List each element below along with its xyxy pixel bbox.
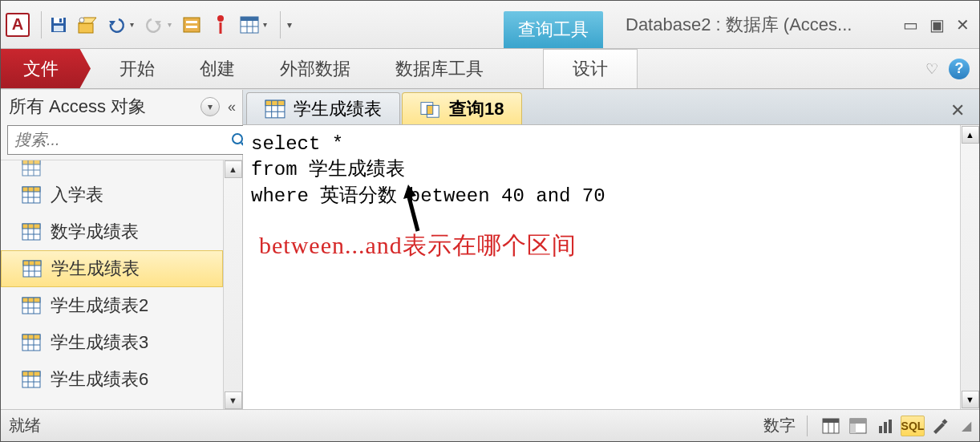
datasheet-icon[interactable] bbox=[237, 13, 261, 37]
doc-tab-label: 学生成绩表 bbox=[294, 97, 382, 121]
query-icon bbox=[420, 99, 441, 119]
nav-pane-title: 所有 Access 对象 bbox=[9, 95, 197, 119]
scroll-up-icon[interactable]: ▲ bbox=[225, 160, 242, 178]
nav-item-clipped[interactable] bbox=[1, 160, 223, 176]
search-box bbox=[7, 125, 253, 155]
nav-item-label: 学生成绩表2 bbox=[51, 294, 148, 318]
svg-rect-12 bbox=[241, 17, 258, 21]
window-controls: ▭ ▣ ✕ bbox=[900, 14, 979, 36]
qat-customize-icon[interactable]: ▾ bbox=[287, 19, 292, 30]
svg-rect-34 bbox=[23, 261, 41, 266]
scroll-up-icon[interactable]: ▲ bbox=[962, 126, 979, 144]
tab-home[interactable]: 开始 bbox=[97, 49, 177, 88]
redo-icon[interactable] bbox=[142, 13, 166, 37]
svg-rect-2 bbox=[59, 18, 62, 22]
svg-rect-68 bbox=[879, 426, 882, 433]
restore-button[interactable]: ▣ bbox=[926, 14, 948, 36]
nav-item-table[interactable]: 学生成绩表 bbox=[1, 250, 223, 287]
form-icon[interactable] bbox=[180, 13, 204, 37]
body: 所有 Access 对象 ▾ « 入学表 bbox=[1, 89, 979, 409]
svg-rect-10 bbox=[220, 22, 222, 34]
app-window: A ▾ ▾ ▾ bbox=[0, 0, 980, 442]
svg-rect-69 bbox=[884, 422, 887, 433]
view-design-icon[interactable] bbox=[928, 416, 952, 436]
nav-filter-dropdown-icon[interactable]: ▾ bbox=[200, 97, 220, 116]
nav-item-table[interactable]: 学生成绩表3 bbox=[1, 324, 223, 361]
svg-rect-54 bbox=[265, 100, 285, 106]
tab-create[interactable]: 创建 bbox=[177, 49, 257, 88]
svg-rect-1 bbox=[54, 18, 63, 23]
svg-rect-70 bbox=[889, 420, 892, 433]
doc-tab-table[interactable]: 学生成绩表 bbox=[246, 92, 400, 124]
doc-tab-query[interactable]: 查询18 bbox=[402, 92, 522, 124]
status-left: 就绪 bbox=[9, 415, 41, 436]
svg-rect-8 bbox=[186, 26, 197, 28]
favorite-icon[interactable]: ♡ bbox=[923, 60, 941, 78]
svg-rect-62 bbox=[823, 419, 839, 423]
svg-rect-49 bbox=[22, 371, 40, 376]
tab-file[interactable]: 文件 bbox=[1, 49, 91, 88]
window-title: Database2 : 数据库 (Acces... bbox=[626, 13, 900, 37]
view-sql-button[interactable]: SQL bbox=[901, 416, 925, 436]
scroll-down-icon[interactable]: ▼ bbox=[225, 391, 242, 409]
status-bar: 就绪 数字 SQL ◢ bbox=[1, 409, 979, 441]
table-icon bbox=[22, 297, 41, 314]
table-icon bbox=[22, 160, 41, 176]
nav-item-table[interactable]: 学生成绩表2 bbox=[1, 287, 223, 324]
tab-db-tools[interactable]: 数据库工具 bbox=[373, 49, 506, 88]
table-icon bbox=[22, 260, 42, 278]
svg-rect-24 bbox=[22, 187, 40, 192]
nav-item-label: 数学成绩表 bbox=[51, 220, 139, 244]
nav-collapse-button[interactable]: « bbox=[228, 99, 236, 116]
view-datasheet-icon[interactable] bbox=[819, 416, 843, 436]
svg-point-16 bbox=[233, 134, 242, 144]
view-chart-icon[interactable] bbox=[873, 416, 897, 436]
minimize-button[interactable]: ▭ bbox=[900, 14, 921, 36]
scroll-down-icon[interactable]: ▼ bbox=[962, 391, 979, 408]
undo-icon[interactable] bbox=[104, 13, 128, 37]
contextual-tab-header: 查询工具 bbox=[504, 11, 603, 48]
save-icon[interactable] bbox=[47, 13, 71, 37]
close-button[interactable]: ✕ bbox=[953, 14, 973, 36]
nav-item-label: 学生成绩表3 bbox=[51, 330, 148, 355]
svg-rect-6 bbox=[184, 18, 200, 32]
nav-item-table[interactable]: 入学表 bbox=[1, 176, 223, 213]
table-icon bbox=[22, 186, 41, 204]
quick-access-toolbar: ▾ ▾ ▾ ▾ bbox=[47, 11, 295, 39]
editor-scrollbar[interactable]: ▲ ▼ bbox=[960, 125, 979, 409]
table-icon bbox=[22, 334, 41, 351]
view-dropdown-icon[interactable]: ▾ bbox=[263, 20, 267, 29]
svg-rect-4 bbox=[79, 23, 93, 33]
sql-editor[interactable]: select * from 学生成绩表 where 英语分数 between 4… bbox=[243, 125, 960, 409]
table-icon bbox=[22, 371, 41, 388]
app-logo-icon: A bbox=[6, 13, 30, 37]
tab-design[interactable]: 设计 bbox=[543, 49, 638, 88]
ribbon-tabs: 文件 开始 创建 外部数据 数据库工具 设计 ♡ ? bbox=[1, 49, 979, 89]
navigation-pane: 所有 Access 对象 ▾ « 入学表 bbox=[1, 90, 243, 409]
nav-item-table[interactable]: 数学成绩表 bbox=[1, 213, 223, 250]
svg-rect-44 bbox=[22, 335, 40, 339]
svg-rect-3 bbox=[54, 26, 63, 31]
redo-dropdown-icon[interactable]: ▾ bbox=[168, 20, 172, 29]
svg-rect-39 bbox=[22, 298, 40, 302]
svg-rect-7 bbox=[186, 21, 197, 23]
nav-scrollbar[interactable]: ▲ ▼ bbox=[223, 160, 242, 409]
document-close-button[interactable]: ✕ bbox=[944, 97, 971, 124]
svg-point-5 bbox=[79, 18, 84, 22]
svg-rect-67 bbox=[850, 419, 866, 424]
sql-editor-wrap: select * from 学生成绩表 where 英语分数 between 4… bbox=[243, 125, 979, 409]
undo-dropdown-icon[interactable]: ▾ bbox=[130, 20, 134, 29]
resize-grip-icon[interactable]: ◢ bbox=[962, 418, 971, 433]
doc-tab-label: 查询18 bbox=[449, 97, 504, 121]
object-icon[interactable] bbox=[75, 13, 99, 37]
document-tabs: 学生成绩表 查询18 ✕ bbox=[243, 90, 979, 125]
table-icon bbox=[22, 223, 41, 241]
svg-rect-29 bbox=[22, 224, 40, 229]
view-pivot-icon[interactable] bbox=[846, 416, 870, 436]
search-input[interactable] bbox=[8, 126, 225, 154]
help-icon[interactable]: ? bbox=[949, 59, 970, 79]
tab-external[interactable]: 外部数据 bbox=[257, 49, 373, 88]
nav-item-label: 学生成绩表 bbox=[51, 257, 140, 281]
run-icon[interactable] bbox=[209, 13, 233, 37]
nav-item-table[interactable]: 学生成绩表6 bbox=[1, 361, 223, 398]
